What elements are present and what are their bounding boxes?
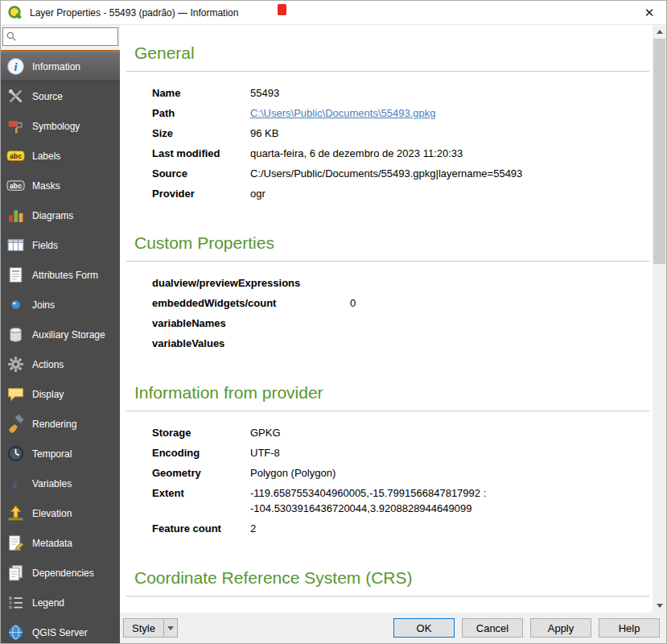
help-button[interactable]: Help — [599, 618, 660, 638]
sidebar-item-rendering[interactable]: Rendering — [1, 409, 120, 439]
sidebar-item-label: Rendering — [32, 419, 76, 430]
style-button[interactable]: Style — [123, 618, 163, 638]
search-input[interactable] — [2, 27, 118, 46]
display-icon — [6, 385, 25, 403]
sidebar-item-label: Elevation — [32, 508, 72, 519]
property-value — [350, 333, 644, 353]
sidebar-item-label: Display — [32, 389, 64, 400]
sidebar-item-label: Diagrams — [32, 210, 73, 221]
dialog-body: iInformationSourceSymbologyabcLabelsabcM… — [1, 25, 666, 643]
apply-button[interactable]: Apply — [530, 618, 591, 638]
dependencies-icon — [6, 564, 25, 582]
property-label: variableValues — [152, 333, 350, 353]
sidebar-item-symbology[interactable]: Symbology — [1, 111, 120, 141]
close-button[interactable]: ✕ — [639, 3, 660, 23]
section-heading: Coordinate Reference System (CRS) — [134, 568, 638, 588]
search-box — [2, 27, 118, 50]
sidebar-item-label: Joins — [32, 299, 55, 311]
sidebar-item-joins[interactable]: Joins — [1, 290, 120, 320]
cancel-button[interactable]: Cancel — [462, 618, 523, 638]
labels-icon: abc — [6, 147, 25, 165]
metadata-icon — [6, 534, 25, 552]
property-value: ogr — [250, 184, 644, 204]
sidebar-item-masks[interactable]: abcMasks — [1, 171, 120, 200]
sidebar-item-auxiliary-storage[interactable]: Auxiliary Storage — [1, 320, 120, 349]
fields-icon — [6, 236, 25, 254]
scroll-up-button[interactable] — [653, 25, 666, 39]
joins-icon — [6, 295, 25, 314]
property-label: Provider — [152, 184, 250, 204]
property-label: Geometry — [152, 463, 250, 483]
symbology-icon — [6, 117, 25, 135]
property-value: quarta-feira, 6 de dezembro de 2023 11:2… — [250, 143, 644, 163]
legend-icon — [6, 593, 25, 612]
sidebar-item-label: Fields — [32, 240, 58, 251]
sidebar-item-qgis-server[interactable]: QGIS Server — [1, 617, 120, 643]
left-panel: iInformationSourceSymbologyabcLabelsabcM… — [1, 25, 120, 643]
button-bar: Style OKCancelApplyHelp — [120, 613, 666, 643]
right-panel: GeneralName55493PathC:\Users\Public\Docu… — [120, 25, 666, 643]
sidebar-item-diagrams[interactable]: Diagrams — [1, 200, 120, 230]
scrollbar-thumb[interactable] — [653, 39, 665, 264]
sidebar-item-label: QGIS Server — [32, 627, 88, 638]
actions-icon — [6, 355, 25, 374]
sidebar-item-information[interactable]: iInformation — [1, 52, 120, 81]
sidebar-item-label: Dependencies — [32, 568, 94, 579]
section-divider — [126, 411, 649, 411]
section-divider — [126, 71, 649, 72]
sidebar-item-attributes-form[interactable]: Attributes Form — [1, 260, 120, 290]
scroll-down-button[interactable] — [653, 599, 666, 613]
property-value — [350, 313, 644, 333]
properties-table: dualview/previewExpressionsembeddedWidge… — [152, 273, 644, 353]
sidebar-item-label: Auxiliary Storage — [32, 329, 105, 341]
auxiliary-storage-icon — [6, 325, 25, 344]
ok-button[interactable]: OK — [393, 618, 455, 638]
section-heading: Custom Properties — [134, 233, 638, 253]
sidebar-item-dependencies[interactable]: Dependencies — [1, 558, 120, 588]
property-value: GPKG — [250, 423, 644, 443]
property-value: C:\Users\Public\Documents\55493.gpkg — [250, 103, 644, 123]
sidebar-item-variables[interactable]: εVariables — [1, 469, 120, 498]
properties-table: Name55493PathC:\Users\Public\Documents\5… — [152, 83, 644, 204]
vertical-scrollbar[interactable] — [653, 25, 666, 613]
sidebar-item-label: Metadata — [32, 538, 72, 549]
diagrams-icon — [6, 206, 25, 225]
property-value: 55493 — [250, 83, 644, 103]
rendering-icon — [6, 415, 25, 433]
attributes-form-icon — [6, 266, 25, 284]
sidebar-item-labels[interactable]: abcLabels — [1, 141, 120, 171]
sidebar-item-source[interactable]: Source — [1, 81, 120, 111]
style-split-button: Style — [123, 618, 178, 638]
property-value: 2 — [250, 518, 644, 539]
sidebar-item-elevation[interactable]: Elevation — [1, 498, 120, 528]
property-label: embeddedWidgets/count — [152, 293, 350, 313]
property-label: Path — [152, 103, 250, 123]
style-dropdown-button[interactable] — [163, 618, 178, 638]
path-link[interactable]: C:\Users\Public\Documents\55493.gpkg — [250, 107, 436, 119]
sidebar-item-fields[interactable]: Fields — [1, 230, 120, 260]
sidebar-item-temporal[interactable]: Temporal — [1, 439, 120, 469]
sidebar-item-legend[interactable]: Legend — [1, 588, 120, 617]
sidebar-item-actions[interactable]: Actions — [1, 349, 120, 379]
property-value: -119.6587553404960005,-15.79915668478179… — [250, 483, 644, 518]
property-value: Polygon (Polygon) — [250, 463, 644, 483]
sidebar-item-display[interactable]: Display — [1, 379, 120, 409]
qgis-logo-icon — [7, 5, 23, 21]
sidebar-item-label: Symbology — [32, 121, 80, 132]
qgis-server-icon — [6, 623, 25, 642]
sidebar-item-label: Attributes Form — [32, 270, 98, 281]
property-value: 0 — [350, 293, 644, 313]
sidebar-item-metadata[interactable]: Metadata — [1, 528, 120, 558]
svg-text:abc: abc — [10, 182, 22, 190]
sidebar-item-label: Labels — [32, 151, 60, 162]
temporal-icon — [6, 444, 25, 463]
property-label: Size — [152, 123, 250, 143]
masks-icon: abc — [6, 176, 25, 195]
scrollbar-track[interactable] — [653, 39, 666, 599]
dropdown-arrow-icon — [167, 626, 174, 630]
section-heading: Information from provider — [134, 382, 638, 402]
red-indicator-icon — [278, 4, 286, 15]
property-label: Source — [152, 163, 250, 184]
property-label: Extent — [152, 483, 250, 518]
content-area: GeneralName55493PathC:\Users\Public\Docu… — [120, 25, 666, 613]
